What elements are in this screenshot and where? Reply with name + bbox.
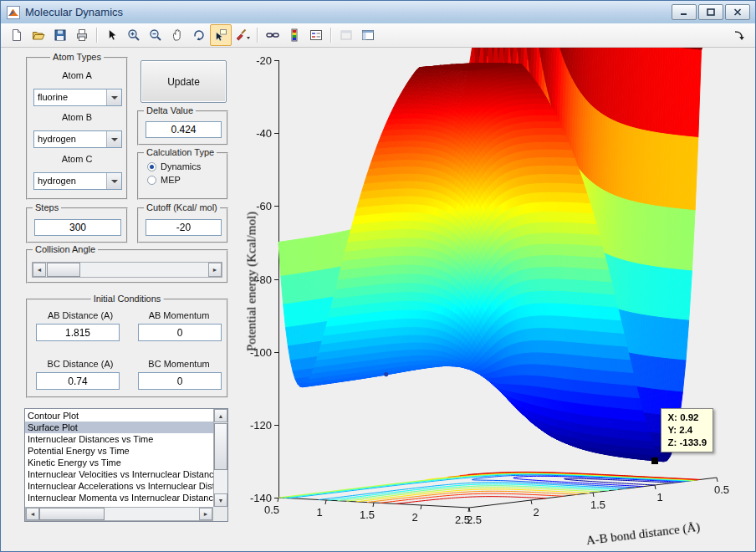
insert-legend-button[interactable] — [305, 24, 327, 46]
title-bar[interactable]: Molecular Dynamics — [1, 1, 755, 24]
calculation-type-panel: Calculation Type DynamicsMEP — [137, 152, 228, 200]
slider-thumb[interactable] — [47, 263, 80, 277]
datatip-line: X: 0.92 — [667, 411, 707, 424]
print-figure-button[interactable] — [71, 24, 93, 46]
data-cursor-icon — [214, 28, 227, 42]
ic-input[interactable] — [138, 324, 222, 341]
close-button[interactable] — [725, 4, 750, 20]
dropdown-arrow-button[interactable] — [106, 89, 121, 105]
ic-input[interactable] — [138, 372, 222, 390]
maximize-button[interactable] — [698, 4, 723, 20]
calc-options: DynamicsMEP — [147, 161, 201, 185]
atom-dropdown-value: hydrogen — [38, 134, 76, 144]
datatip-marker[interactable] — [651, 457, 658, 464]
list-item[interactable]: Potential Energy vs Time — [25, 445, 213, 457]
list-item[interactable]: Internuclear Velocities vs Internuclear … — [25, 468, 213, 480]
ic-input[interactable] — [36, 324, 120, 341]
legend-icon — [309, 28, 323, 42]
dock-arrow-icon — [733, 30, 745, 42]
panel-title: Calculation Type — [144, 147, 217, 157]
cutoff-input[interactable] — [146, 219, 222, 236]
list-item[interactable]: Internuclear Distances vs Time — [25, 433, 213, 445]
slider-right-arrow[interactable]: ► — [208, 263, 222, 277]
panel-title: Collision Angle — [33, 244, 98, 254]
minimize-button[interactable] — [672, 4, 697, 20]
scroll-up-button[interactable]: ▲ — [214, 409, 227, 422]
scroll-right-button[interactable]: ► — [199, 508, 212, 520]
new-document-button[interactable] — [6, 24, 28, 46]
edit-plot-button[interactable] — [101, 24, 123, 46]
radio-button-circle[interactable] — [147, 176, 156, 185]
link-plot-button[interactable] — [262, 24, 284, 46]
toolbar-separator — [96, 28, 98, 43]
atom-label: Atom C — [28, 154, 126, 164]
chevron-down-icon — [111, 96, 118, 100]
list-item[interactable]: Surface Plot — [25, 422, 213, 433]
ic-label: AB Momentum — [133, 310, 225, 320]
panel-title: Cutoff (Kcal/ mol) — [144, 202, 220, 212]
panel-title: Delta Value — [144, 105, 196, 115]
list-item[interactable]: Internuclear Accelerations vs Internucle… — [25, 480, 213, 492]
atom-fields: Atom AfluorineAtom BhydrogenAtom Chydrog… — [28, 59, 126, 198]
datatip-box[interactable]: X: 0.92Y: 2.4Z: -133.9 — [661, 408, 713, 452]
list-item[interactable]: Internuclear Momenta vs Internuclear Dis… — [25, 492, 213, 503]
steps-input[interactable] — [34, 219, 121, 236]
list-item[interactable]: Contour Plot — [25, 410, 213, 422]
hscroll-track[interactable] — [39, 508, 199, 520]
brush-data-button[interactable] — [232, 24, 253, 46]
ic-label: AB Distance (A) — [34, 310, 126, 320]
dropdown-arrow-button[interactable] — [106, 131, 121, 147]
printer-icon — [75, 28, 89, 42]
pan-button[interactable] — [166, 24, 188, 46]
datatip-line: Z: -133.9 — [667, 437, 707, 449]
ic-input[interactable] — [36, 372, 120, 390]
atom-dropdown[interactable]: hydrogen — [33, 130, 122, 148]
vscroll-thumb[interactable] — [214, 423, 227, 470]
data-cursor-button[interactable] — [210, 24, 232, 46]
dropdown-arrow-button[interactable] — [106, 173, 121, 189]
radio-dynamics[interactable]: Dynamics — [147, 161, 201, 171]
slider-track[interactable] — [46, 263, 208, 277]
minimize-icon — [680, 8, 688, 16]
collision-angle-slider[interactable]: ◄ ► — [32, 262, 222, 278]
insert-colorbar-button[interactable] — [284, 24, 305, 46]
zoom-in-button[interactable] — [123, 24, 145, 46]
figure-window: Molecular Dynamics — [0, 0, 756, 552]
brush-icon — [234, 28, 251, 42]
datatip-line: Y: 2.4 — [667, 424, 707, 437]
atom-label: Atom B — [28, 112, 126, 122]
list-vertical-scrollbar[interactable]: ▲ ▼ — [213, 409, 227, 507]
cutoff-panel: Cutoff (Kcal/ mol) — [137, 207, 228, 243]
colorbar-icon — [288, 28, 301, 42]
pointer-icon — [105, 28, 119, 42]
open-folder-icon — [32, 28, 45, 42]
ic-label: BC Distance (A) — [34, 359, 126, 369]
dock-figure-button[interactable] — [728, 25, 750, 47]
atom-dropdown-value: hydrogen — [38, 176, 76, 186]
zoom-out-button[interactable] — [145, 24, 166, 46]
list-horizontal-scrollbar[interactable]: ◄ ► — [25, 507, 213, 521]
update-button[interactable]: Update — [140, 60, 227, 103]
show-plot-tools-button[interactable] — [357, 24, 379, 46]
slider-left-arrow[interactable]: ◄ — [33, 263, 46, 277]
atom-dropdown[interactable]: fluorine — [33, 89, 122, 106]
window-title: Molecular Dynamics — [25, 6, 123, 18]
delta-value-input[interactable] — [146, 121, 222, 138]
update-button-label: Update — [167, 76, 200, 88]
steps-panel: Steps — [26, 207, 128, 243]
radio-button-circle[interactable] — [147, 162, 156, 171]
hscroll-thumb[interactable] — [39, 508, 105, 520]
chevron-down-icon — [111, 180, 118, 183]
list-item[interactable]: Kinetic Energy vs Time — [25, 457, 213, 468]
plot-type-listbox[interactable]: Contour PlotSurface PlotInternuclear Dis… — [24, 408, 228, 522]
hide-plot-tools-button[interactable] — [335, 24, 357, 46]
save-figure-button[interactable] — [49, 24, 71, 46]
atom-dropdown[interactable]: hydrogen — [33, 172, 122, 190]
open-file-button[interactable] — [28, 24, 49, 46]
hand-icon — [171, 28, 184, 42]
scroll-left-button[interactable]: ◄ — [26, 508, 39, 520]
radio-mep[interactable]: MEP — [147, 175, 201, 185]
scrollbar-corner — [213, 507, 227, 521]
rotate-3d-button[interactable] — [188, 24, 210, 46]
scroll-down-button[interactable]: ▼ — [214, 493, 227, 507]
